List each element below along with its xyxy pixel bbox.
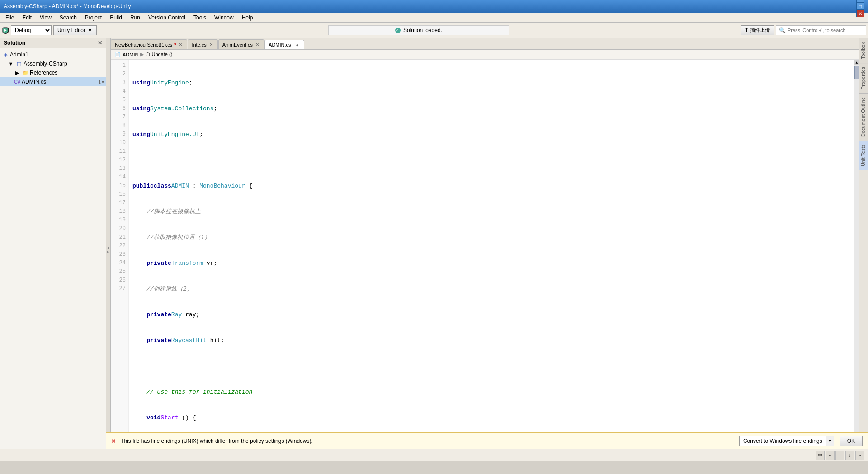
status-zh-button[interactable]: 中 xyxy=(816,451,825,460)
collapse-arrow-icon: ◄ xyxy=(107,246,110,250)
collapse-icon: ▶ xyxy=(14,69,21,76)
search-input[interactable] xyxy=(788,28,855,33)
line-num: 10 xyxy=(111,139,128,147)
breadcrumb: 📄 ADMIN ▶ ⬡ Update () xyxy=(111,50,859,60)
notification-message: This file has line endings (UNIX) which … xyxy=(121,438,734,444)
tab-label: ADMIN.cs xyxy=(269,42,291,47)
debug-select[interactable]: Debug xyxy=(11,25,52,35)
sidebar-tab-toolbox[interactable]: Toolbox xyxy=(859,38,868,63)
search-bar[interactable]: 🔍 xyxy=(776,25,866,35)
line-num: 13 xyxy=(111,164,128,173)
status-bar: 中 ← ↑ ↓ → xyxy=(0,449,868,461)
file-info-button[interactable]: ℹ xyxy=(99,80,101,84)
tree-item-assembly-csharp[interactable]: ▼ ◫ Assembly-CSharp xyxy=(0,59,106,68)
sidebar-tab-properties[interactable]: Properties xyxy=(859,63,868,93)
ok-button[interactable]: OK xyxy=(840,436,863,446)
scroll-up-button[interactable]: ▲ xyxy=(854,60,859,65)
scroll-thumb[interactable] xyxy=(854,66,859,79)
status-left-button[interactable]: ← xyxy=(826,451,835,460)
menu-item-view[interactable]: View xyxy=(36,14,55,22)
code-line-11: private RaycastHit hit; xyxy=(132,336,850,345)
solution-panel-close-button[interactable]: ✕ xyxy=(98,40,102,46)
unity-editor-button[interactable]: Unity Editor ▼ xyxy=(53,25,97,35)
menu-item-tools[interactable]: Tools xyxy=(190,14,210,22)
file-options-button[interactable]: ▾ xyxy=(102,80,104,84)
tab-close-button[interactable]: ✕ xyxy=(255,42,260,47)
menu-item-search[interactable]: Search xyxy=(56,14,80,22)
convert-dropdown-arrow-icon[interactable]: ▼ xyxy=(826,436,834,446)
breadcrumb-home-icon: 📄 xyxy=(114,52,121,57)
tab-label: NewBehaviourScript(1).cs xyxy=(115,42,172,47)
menu-item-run[interactable]: Run xyxy=(127,14,144,22)
line-num: 6 xyxy=(111,104,128,113)
tree-item-label: Admin1 xyxy=(10,52,28,58)
line-num: 24 xyxy=(111,259,128,268)
menu-item-version control[interactable]: Version Control xyxy=(145,14,189,22)
folder-icon: 📁 xyxy=(22,69,29,76)
line-num: 25 xyxy=(111,268,128,276)
line-num: 11 xyxy=(111,147,128,156)
title-text: Assembly-CSharp - ADMIN.cs* - MonoDevelo… xyxy=(4,3,131,9)
tab-close-button[interactable]: ✕ xyxy=(208,42,214,47)
line-num: 4 xyxy=(111,87,128,96)
status-up-button[interactable]: ↑ xyxy=(835,451,844,460)
tab-close-button[interactable]: ✕ xyxy=(178,42,183,47)
tab-admin-cs[interactable]: ADMIN.cs ● xyxy=(264,40,304,50)
menu-item-edit[interactable]: Edit xyxy=(19,14,35,22)
menu-item-file[interactable]: File xyxy=(2,14,18,22)
convert-dropdown[interactable]: Convert to Windows line endings ▼ xyxy=(739,436,834,446)
menu-item-build[interactable]: Build xyxy=(106,14,126,22)
panel-collapse-handle[interactable]: ◄ ► xyxy=(106,38,111,461)
maximize-button[interactable]: □ xyxy=(856,3,864,10)
tab-label: AnimEvent.cs xyxy=(222,42,253,47)
sidebar-tab-document-outline[interactable]: Document Outline xyxy=(859,93,868,141)
code-line-10: private Ray ray; xyxy=(132,310,850,319)
status-down-button[interactable]: ↓ xyxy=(845,451,854,460)
line-num: 21 xyxy=(111,233,128,242)
line-num: 15 xyxy=(111,182,128,190)
tab-close-button[interactable]: ● xyxy=(295,42,300,47)
line-num: 20 xyxy=(111,225,128,233)
close-button[interactable]: ✕ xyxy=(856,10,864,17)
notification-close-button[interactable]: × xyxy=(112,437,115,445)
tab-modified-indicator: * xyxy=(174,42,176,47)
play-button[interactable]: ▶ xyxy=(2,27,9,34)
line-num: 3 xyxy=(111,79,128,87)
tree-item-admin1[interactable]: ◈ Admin1 xyxy=(0,50,106,59)
breadcrumb-separator: ▶ xyxy=(140,52,144,57)
main-layout: Solution ✕ ◈ Admin1 ▼ ◫ Assembly-CSharp … xyxy=(0,38,868,461)
menu-item-help[interactable]: Help xyxy=(238,14,257,22)
upload-button[interactable]: ⬆ 插件上传 xyxy=(741,25,774,35)
status-right-button[interactable]: → xyxy=(855,451,864,460)
cs-file-icon: C# xyxy=(14,78,21,85)
tree-item-admin-cs[interactable]: C# ADMIN.cs ℹ ▾ xyxy=(0,77,106,86)
editor-area: NewBehaviourScript(1).cs * ✕ Inte.cs ✕ A… xyxy=(111,38,859,461)
tab-new-behaviour-script[interactable]: NewBehaviourScript(1).cs * ✕ xyxy=(111,39,187,49)
code-line-9: //创建射线（2） xyxy=(132,285,850,293)
tree-item-label: ADMIN.cs xyxy=(22,79,46,85)
status-bar-buttons: 中 ← ↑ ↓ → xyxy=(816,451,864,460)
breadcrumb-item-update[interactable]: ⬡ Update () xyxy=(146,52,172,57)
tab-inte-cs[interactable]: Inte.cs ✕ xyxy=(188,39,217,49)
tab-anim-event-cs[interactable]: AnimEvent.cs ✕ xyxy=(218,39,264,49)
menu-item-window[interactable]: Window xyxy=(211,14,237,22)
file-actions: ℹ ▾ xyxy=(99,80,104,84)
title-bar: Assembly-CSharp - ADMIN.cs* - MonoDevelo… xyxy=(0,0,868,13)
notification-bar: × This file has line endings (UNIX) whic… xyxy=(106,432,868,449)
code-line-7: //获取摄像机位置（1） xyxy=(132,233,850,242)
menu-item-project[interactable]: Project xyxy=(81,14,105,22)
code-line-5: public class ADMIN : MonoBehaviour { xyxy=(132,182,850,190)
search-icon: 🔍 xyxy=(779,27,786,33)
sidebar-tab-unit-tests[interactable]: Unit Tests xyxy=(859,141,868,170)
scroll-track xyxy=(854,65,859,456)
code-line-14: void Start () { xyxy=(132,413,850,422)
dropdown-arrow-icon: ▼ xyxy=(87,27,93,33)
tree-item-references[interactable]: ▶ 📁 References xyxy=(0,68,106,77)
code-editor: 1 2 3 4 5 6 7 8 9 10 11 12 13 14 15 16 1… xyxy=(111,60,859,461)
line-num: 9 xyxy=(111,130,128,139)
breadcrumb-item-admin[interactable]: ADMIN xyxy=(123,52,138,57)
line-num: 26 xyxy=(111,276,128,285)
line-num: 14 xyxy=(111,173,128,182)
convert-button-label[interactable]: Convert to Windows line endings xyxy=(740,436,826,446)
code-content[interactable]: using UnityEngine; using System.Collecti… xyxy=(129,60,854,461)
